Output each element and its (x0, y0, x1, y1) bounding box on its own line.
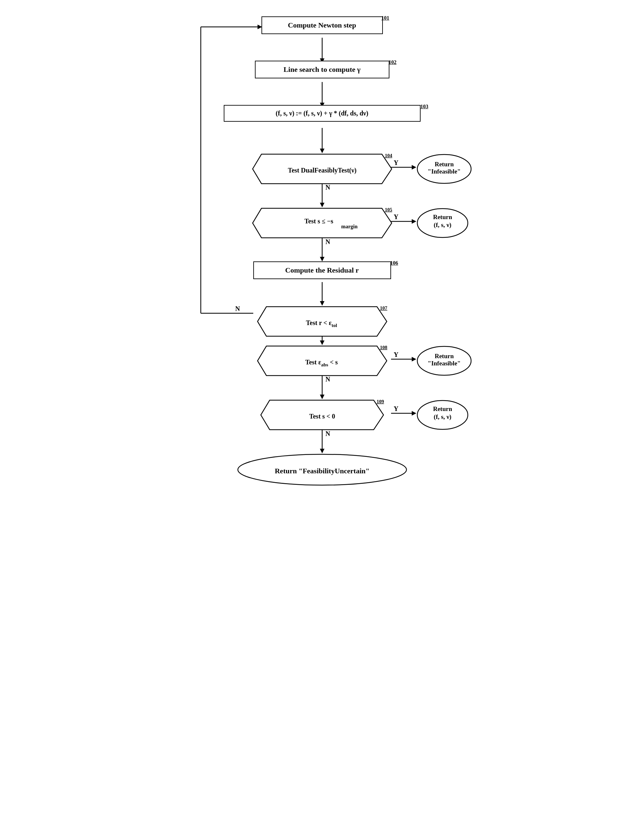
node-109: Test s < 0 109 (260, 399, 385, 432)
node-106: Compute the Residual r 106 (253, 262, 391, 279)
svg-text:105: 105 (385, 207, 393, 212)
svg-text:"Infeasible": "Infeasible" (428, 168, 460, 175)
node-101: Compute Newton step 101 (261, 17, 383, 34)
svg-text:109: 109 (377, 399, 384, 404)
svg-text:Test DualFeasiblyTest(ν): Test DualFeasiblyTest(ν) (288, 167, 356, 174)
return-fsv-109: Return (f, s, ν) (416, 399, 469, 432)
node-101-num: 101 (382, 15, 389, 21)
node-103-label: (f, s, ν) := (f, s, ν) + γ * (df, ds, dν… (276, 110, 368, 117)
svg-text:Return "FeasibilityUncertain": Return "FeasibilityUncertain" (274, 467, 370, 475)
svg-marker-56 (258, 346, 387, 375)
svg-text:Return: Return (434, 352, 453, 360)
svg-text:Test s ≤ −s: Test s ≤ −s (304, 218, 333, 225)
svg-text:107: 107 (380, 305, 388, 311)
node-106-num: 106 (390, 260, 398, 266)
svg-text:104: 104 (385, 153, 393, 158)
flowchart: Y N Y N Y N Y N Y N Compute Newton step … (175, 6, 470, 515)
node-102-label: Line search to compute γ (284, 65, 360, 74)
svg-text:"Infeasible": "Infeasible" (428, 360, 460, 367)
return-infeasible-104: Return "Infeasible" (416, 153, 472, 186)
node-105: Test s ≤ −s margin 105 (251, 207, 393, 240)
svg-text:(f, s, ν): (f, s, ν) (434, 413, 451, 421)
svg-text:(f, s, ν): (f, s, ν) (434, 221, 451, 228)
node-102: Line search to compute γ 102 (255, 61, 389, 78)
svg-text:Test s < 0: Test s < 0 (309, 413, 335, 420)
node-108: Test εabs < s 108 (256, 345, 388, 378)
node-101-label: Compute Newton step (288, 21, 356, 29)
node-103-num: 103 (420, 104, 428, 110)
return-infeasible-108: Return "Infeasible" (416, 345, 472, 378)
node-102-num: 102 (389, 59, 397, 65)
svg-text:Return: Return (434, 161, 453, 168)
svg-text:margin: margin (341, 224, 357, 230)
svg-text:Return: Return (433, 406, 452, 412)
node-107: Test r < εtol 107 (256, 306, 388, 339)
node-103: (f, s, ν) := (f, s, ν) + γ * (df, ds, dν… (224, 105, 420, 122)
svg-text:108: 108 (380, 345, 388, 350)
svg-text:Return: Return (433, 213, 452, 221)
node-104: Test DualFeasiblyTest(ν) 104 (251, 153, 393, 186)
return-fsv-105: Return (f, s, ν) (416, 207, 469, 240)
node-106-label: Compute the Residual r (285, 266, 359, 274)
node-110: Return "FeasibilityUncertain" (237, 453, 408, 487)
